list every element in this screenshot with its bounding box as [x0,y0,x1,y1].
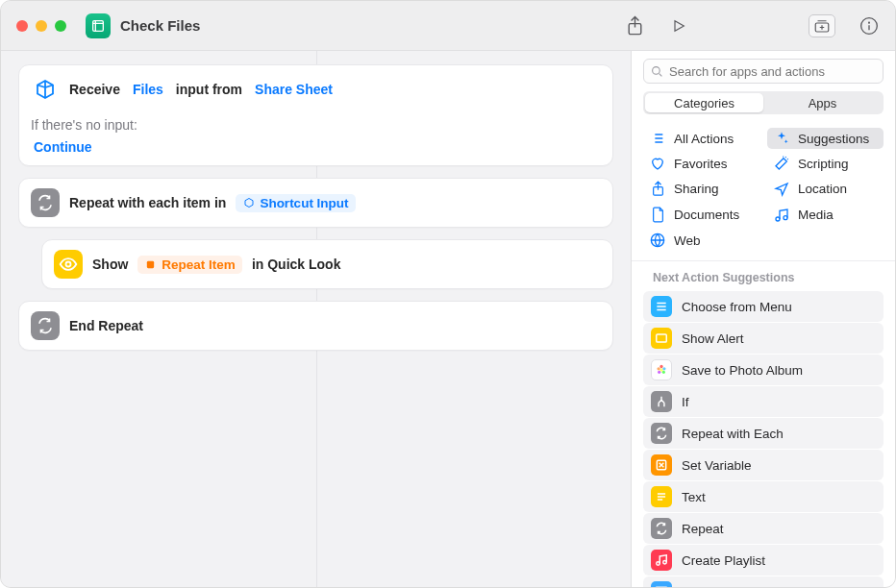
category-item-media[interactable]: Media [767,204,884,226]
category-item-favorites[interactable]: Favorites [643,153,759,174]
share-icon [649,181,666,197]
tab-categories[interactable]: Categories [645,93,763,112]
action-icon [651,391,672,412]
end-repeat-label: End Repeat [69,318,143,333]
action-icon [651,423,672,444]
svg-point-21 [663,561,667,565]
suggestion-save-to-photo-album[interactable]: Save to Photo Album [643,355,884,385]
end-repeat-action[interactable]: End Repeat [18,301,613,351]
minimize-window-button[interactable] [36,20,47,32]
category-item-web[interactable]: Web [643,230,759,251]
category-item-sharing[interactable]: Sharing [643,178,759,200]
suggestion-text[interactable]: Text [643,481,884,512]
svg-point-4 [869,22,870,23]
receive-label: Receive [69,82,120,97]
window-controls [16,20,66,32]
category-item-scripting[interactable]: Scripting [767,153,884,174]
shortcut-app-icon [86,13,111,38]
action-icon [651,328,672,349]
svg-point-14 [660,365,662,368]
close-window-button[interactable] [16,20,28,32]
suggestion-set-variable[interactable]: Set Variable [643,450,884,480]
action-icon [651,296,672,317]
no-input-label: If there's no input: [19,113,612,133]
suggestion-make-archive[interactable]: Make Archive [643,576,884,587]
quick-look-suffix: in Quick Look [252,257,341,272]
music-icon [773,208,790,223]
suggestions-header: Next Action Suggestions [632,261,895,290]
zoom-window-button[interactable] [55,20,66,32]
action-icon [651,518,672,539]
suggestion-choose-from-menu[interactable]: Choose from Menu [643,291,884,322]
app-window: Check Files [0,0,896,588]
search-field[interactable] [643,59,884,84]
share-button[interactable] [624,15,645,37]
svg-point-10 [784,215,787,219]
variable-icon [144,258,157,271]
svg-point-18 [657,367,660,370]
sparkle-icon [773,131,790,146]
svg-rect-12 [657,334,667,342]
suggestion-if[interactable]: If [643,386,884,417]
input-from-label: input from [176,82,242,97]
repeat-icon [31,188,60,217]
repeat-label: Repeat with each item in [69,195,226,210]
svg-point-15 [662,367,665,370]
list-icon [649,131,666,146]
heart-icon [649,156,666,171]
shortcut-input-variable[interactable]: Shortcut Input [236,194,355,212]
category-item-documents[interactable]: Documents [643,204,759,226]
search-icon [651,65,663,78]
svg-point-7 [653,66,660,74]
quick-look-icon [54,250,83,279]
category-item-suggestions[interactable]: Suggestions [767,128,884,149]
svg-point-16 [662,371,665,374]
receive-icon [31,75,60,104]
search-input[interactable] [669,64,876,79]
tab-apps[interactable]: Apps [763,93,882,112]
svg-rect-0 [93,20,104,31]
svg-rect-6 [147,260,154,267]
repeat-item-variable[interactable]: Repeat Item [137,256,242,274]
category-item-all-actions[interactable]: All Actions [643,128,759,149]
action-icon [651,454,672,476]
svg-point-9 [776,217,780,221]
svg-point-20 [657,562,660,566]
suggestion-repeat-with-each[interactable]: Repeat with Each [643,418,884,449]
actions-sidebar: Categories Apps All ActionsSuggestionsFa… [631,51,895,587]
receive-input-action[interactable]: Receive Files input from Share Sheet If … [18,64,613,166]
wand-icon [773,156,790,171]
input-type-token[interactable]: Files [130,81,166,98]
no-input-action-token[interactable]: Continue [31,138,95,156]
repeat-with-each-action[interactable]: Repeat with each item in Shortcut Input [18,178,613,228]
location-icon [773,182,790,197]
action-icon [651,486,672,507]
doc-icon [649,207,666,223]
categories-grid: All ActionsSuggestionsFavoritesScripting… [632,122,895,261]
quick-look-action[interactable]: Show Repeat Item in Quick Look [41,239,613,289]
suggestion-create-playlist[interactable]: Create Playlist [643,545,884,576]
library-button[interactable] [809,14,835,37]
svg-point-5 [66,262,71,267]
category-item-location[interactable]: Location [767,178,884,200]
window-title: Check Files [120,17,624,34]
toolbar [624,14,880,37]
globe-icon [649,233,666,248]
svg-point-17 [658,371,660,374]
suggestion-repeat[interactable]: Repeat [643,513,884,544]
sidebar-segment: Categories Apps [643,91,884,114]
variable-icon [242,197,255,209]
run-button[interactable] [668,15,689,37]
show-label: Show [92,257,128,272]
repeat-icon [31,311,60,340]
info-button[interactable] [859,15,880,37]
action-icon [651,550,672,571]
action-icon [651,359,672,380]
suggestion-show-alert[interactable]: Show Alert [643,323,884,354]
input-source-token[interactable]: Share Sheet [252,81,336,98]
workflow-editor[interactable]: Receive Files input from Share Sheet If … [1,51,631,587]
suggestions-list: Choose from MenuShow AlertSave to Photo … [632,290,895,587]
titlebar: Check Files [1,1,895,51]
action-icon [651,581,672,587]
